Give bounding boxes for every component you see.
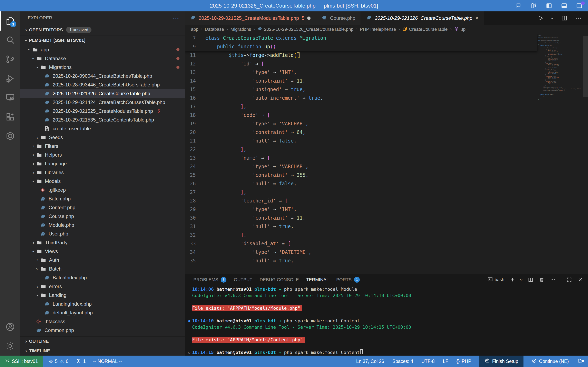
activity-source-control[interactable]: [0, 50, 20, 69]
open-editors-section[interactable]: › OPEN EDITORS 1 unsaved: [20, 25, 185, 35]
tree-folder-database[interactable]: ›Database: [20, 54, 185, 63]
tree-file-course-php[interactable]: Course.php: [20, 212, 185, 221]
toggle-sidebar-left-icon[interactable]: [545, 2, 553, 9]
split-editor-icon[interactable]: [561, 15, 568, 21]
tree-file-user-php[interactable]: User.php: [20, 229, 185, 238]
more-icon[interactable]: [550, 277, 555, 283]
tree-folder-seeds[interactable]: ›Seeds: [20, 133, 185, 142]
tab-3[interactable]: 2025-10-29-021326_CreateCourseTable.php×: [361, 11, 484, 25]
tree-folder-libraries[interactable]: ›Libraries: [20, 168, 185, 177]
chevron-down-icon[interactable]: ›: [521, 277, 522, 283]
indentation[interactable]: Spaces: 4: [392, 359, 413, 364]
activity-account[interactable]: [0, 317, 20, 336]
tree-folder-models[interactable]: ›Models: [20, 177, 185, 185]
tree-folder-errors[interactable]: ›errors: [20, 282, 185, 291]
tree-folder-migrations[interactable]: ›Migrations: [20, 63, 185, 72]
tree-file-batchindex-php[interactable]: BatchIndex.php: [20, 273, 185, 282]
tree-file-content-php[interactable]: Content.php: [20, 203, 185, 212]
activity-extensions[interactable]: [0, 107, 20, 126]
terminal[interactable]: 10:14:06 batmen@btsv01 plms-bdt → php sp…: [185, 285, 588, 356]
tab-2[interactable]: Course.php: [316, 11, 361, 25]
tree-folder-auth[interactable]: ›Auth: [20, 256, 185, 264]
plus-icon[interactable]: [510, 277, 515, 283]
tree-folder-batch[interactable]: ›Batch: [20, 264, 185, 273]
panel-tab-debug-console[interactable]: DEBUG CONSOLE: [256, 274, 303, 285]
tree-file--gitkeep[interactable]: .gitkeep: [20, 185, 185, 194]
tree-folder-thirdparty[interactable]: ›ThirdParty: [20, 238, 185, 247]
code-line: 11$this->forge->addField([: [185, 51, 537, 59]
finish-setup-button[interactable]: Finish Setup: [479, 356, 523, 367]
more-actions-icon[interactable]: ⋯: [173, 15, 179, 22]
tree-folder-landing[interactable]: ›Landing: [20, 291, 185, 300]
tree-file-batch-php[interactable]: Batch.php: [20, 194, 185, 203]
tree-folder-filters[interactable]: ›Filters: [20, 142, 185, 150]
panel-tab-output[interactable]: OUTPUT: [230, 274, 256, 285]
tree-folder-app[interactable]: ›app: [20, 45, 185, 54]
tab-1[interactable]: 2025-10-29-021525_CreateModulesTable.php…: [185, 11, 316, 25]
close-icon[interactable]: ×: [475, 15, 479, 21]
activity-remote-explorer[interactable]: [0, 88, 20, 107]
minimap[interactable]: <?php namespace App\Database\Migrations;…: [538, 35, 581, 100]
run-icon[interactable]: [537, 15, 544, 21]
tree-file-2025-10-28-090044-createbatchestable-php[interactable]: 2025-10-28-090044_CreateBatchesTable.php: [20, 72, 185, 80]
layout-customize-icon[interactable]: [530, 2, 537, 9]
tree-file-2025-10-29-021525-createmodulestable-php[interactable]: 2025-10-29-021525_CreateModulesTable.php…: [20, 107, 185, 115]
eol-selector[interactable]: LF: [443, 359, 448, 364]
activity-hexagon-extension[interactable]: [0, 126, 20, 146]
shell-selector[interactable]: bash: [487, 276, 504, 283]
toggle-sidebar-right-icon[interactable]: [576, 2, 583, 9]
panel-tab-problems[interactable]: PROBLEMS5: [190, 274, 230, 285]
close-icon[interactable]: [577, 277, 583, 283]
breadcrumb-item[interactable]: PHP Intelephense: [360, 27, 396, 32]
tree-folder-helpers[interactable]: ›Helpers: [20, 150, 185, 159]
code-editor[interactable]: 7class CreateCourseTable extends Migrati…: [185, 34, 588, 274]
tree-file-2025-10-29-021424-createbatchcoursestable-php[interactable]: 2025-10-29-021424_CreateBatchCoursesTabl…: [20, 98, 185, 107]
file-tree[interactable]: ›app›Database›Migrations2025-10-28-09004…: [20, 45, 185, 336]
more-icon[interactable]: [575, 15, 582, 21]
panel-tab-terminal[interactable]: TERMINAL: [303, 274, 333, 285]
vim-mode[interactable]: -- NORMAL --: [93, 359, 122, 364]
copilot-chat-icon[interactable]: [515, 2, 522, 9]
tree-folder-views[interactable]: ›Views: [20, 247, 185, 256]
tree-folder-language[interactable]: ›Language: [20, 159, 185, 168]
tree-file-2025-10-29-021326-createcoursetable-php[interactable]: 2025-10-29-021326_CreateCourseTable.php: [20, 89, 185, 98]
tree-file--htaccess[interactable]: .htaccess: [20, 317, 185, 326]
maximize-icon[interactable]: [566, 277, 572, 283]
tree-file-module-php[interactable]: Module.php: [20, 221, 185, 229]
chevron-right-icon: ›: [31, 170, 36, 175]
breadcrumb-item[interactable]: CreateCourseTable: [402, 26, 448, 33]
tree-file-create-user-table[interactable]: create_user-table: [20, 124, 185, 133]
notifications-bell[interactable]: [577, 358, 588, 365]
breadcrumb-item[interactable]: app: [191, 27, 199, 32]
panel-tab-ports[interactable]: PORTS1: [333, 274, 363, 285]
section-timeline[interactable]: ›TIMELINE: [20, 346, 185, 356]
encoding[interactable]: UTF-8: [421, 359, 435, 364]
continue-button[interactable]: Continue (NE): [532, 358, 569, 365]
line-number: 20: [185, 128, 205, 137]
problems-status[interactable]: ⊗ 5 ⚠ 0: [49, 359, 69, 364]
split-icon[interactable]: [528, 277, 534, 283]
project-root[interactable]: › PLMS-BDT [SSH: BTSV01]: [20, 35, 185, 45]
breadcrumb-item[interactable]: 2025-10-29-021326_CreateCourseTable.php: [258, 26, 354, 33]
scrollbar-slider[interactable]: [583, 36, 588, 97]
breadcrumb-item[interactable]: Migrations: [231, 27, 251, 32]
breadcrumb-item[interactable]: Database: [205, 27, 224, 32]
section-outline[interactable]: ›OUTLINE: [20, 336, 185, 346]
ports-status[interactable]: 1: [76, 358, 86, 365]
trash-icon[interactable]: [539, 277, 545, 283]
remote-indicator[interactable]: SSH: btsv01: [0, 356, 43, 367]
activity-search[interactable]: [0, 31, 20, 50]
breadcrumb-item[interactable]: up: [454, 26, 466, 33]
activity-explorer[interactable]: 1: [0, 11, 20, 31]
activity-settings[interactable]: [0, 336, 20, 356]
tree-file-2025-10-29-021535-createcontentstable-php[interactable]: 2025-10-29-021535_CreateContentsTable.ph…: [20, 115, 185, 124]
toggle-panel-icon[interactable]: [561, 2, 568, 9]
chevron-down-icon[interactable]: ›: [552, 15, 553, 21]
activity-run-debug[interactable]: [0, 69, 20, 88]
cursor-position[interactable]: Ln 37, Col 26: [356, 359, 384, 364]
tree-file-landingindex-php[interactable]: LandingIndex.php: [20, 300, 185, 308]
tree-file-common-php[interactable]: Common.php: [20, 326, 185, 334]
tree-file-default-layout-php[interactable]: default_layout.php: [20, 308, 185, 317]
language-mode[interactable]: {} PHP: [457, 359, 471, 364]
tree-file-2025-10-28-093446-createbatchuserstable-php[interactable]: 2025-10-28-093446_CreateBatchUsersTable.…: [20, 80, 185, 89]
